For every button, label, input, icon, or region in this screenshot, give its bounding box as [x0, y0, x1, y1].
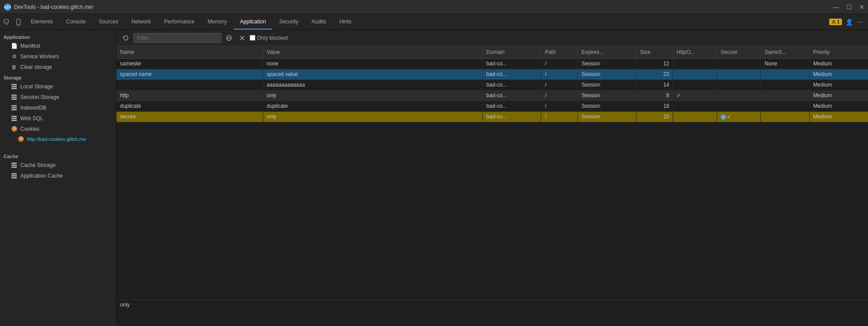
table-cell: bad-co...	[483, 80, 541, 90]
only-blocked-label[interactable]: Only blocked	[250, 35, 288, 41]
devtools-logo: </>	[4, 3, 11, 11]
col-header-expires[interactable]: Expires...	[578, 46, 636, 58]
table-wrapper: Name Value Domain Path Expires... Size H…	[116, 46, 868, 299]
clear-button[interactable]	[236, 34, 248, 42]
session-storage-icon	[11, 94, 18, 101]
window-title: DevTools - bad-cookies.glitch.me/	[14, 4, 833, 10]
close-button[interactable]: ✕	[859, 4, 864, 11]
col-header-domain[interactable]: Domain	[483, 46, 541, 58]
sidebar-item-cache-storage[interactable]: Cache Storage	[0, 160, 116, 171]
sidebar-item-clear-storage[interactable]: 🗑 Clear storage	[0, 62, 116, 72]
tab-elements[interactable]: Elements	[25, 14, 59, 30]
tab-audits[interactable]: Audits	[305, 14, 332, 30]
only-blocked-checkbox[interactable]	[250, 35, 255, 41]
table-row[interactable]: spaced namespaced valuebad-co.../Session…	[116, 69, 868, 80]
col-header-value[interactable]: Value	[263, 46, 483, 58]
table-row[interactable]: aaaaaaaaaaaaabad-co.../Session14Medium	[116, 80, 868, 90]
table-header-row: Name Value Domain Path Expires... Size H…	[116, 46, 868, 58]
tab-application[interactable]: Application	[234, 14, 272, 30]
tab-hints[interactable]: Hints	[333, 14, 358, 30]
sidebar: Application 📄 Manifest ⚙ Service Workers…	[0, 30, 116, 326]
tab-network[interactable]: Network	[125, 14, 157, 30]
table-cell: aaaaaaaaaaaaa	[263, 80, 483, 90]
table-cell: bad-co...	[483, 101, 541, 111]
col-header-size[interactable]: Size	[636, 46, 673, 58]
col-header-httpo[interactable]: HttpO...	[673, 46, 717, 58]
table-cell: /	[541, 58, 578, 69]
col-header-path[interactable]: Path	[541, 46, 578, 58]
sidebar-item-cookies-url[interactable]: 🍪 http://bad-cookies.glitch.me	[0, 134, 116, 144]
svg-rect-12	[11, 105, 17, 106]
sidebar-item-local-storage[interactable]: Local Storage	[0, 81, 116, 92]
table-cell: only	[263, 90, 483, 101]
table-cell: bad-co...	[483, 90, 541, 101]
table-cell: secure	[116, 111, 263, 122]
warning-badge[interactable]: ⚠ 1	[829, 19, 842, 25]
refresh-button[interactable]	[120, 34, 131, 42]
col-header-priority[interactable]: Priority	[809, 46, 868, 58]
cache-storage-icon	[11, 162, 18, 169]
svg-rect-19	[11, 165, 17, 166]
maximize-button[interactable]: ☐	[846, 4, 852, 11]
svg-rect-23	[11, 177, 17, 178]
tab-performance[interactable]: Performance	[158, 14, 201, 30]
table-cell	[761, 101, 809, 111]
table-cell: duplicate	[116, 101, 263, 111]
tab-bar-right: ⚠ 1 👤 ⋯	[829, 14, 866, 30]
tab-console[interactable]: Console	[60, 14, 92, 30]
more-button[interactable]: ⋯	[857, 19, 863, 26]
table-cell: Medium	[809, 69, 868, 80]
col-header-name[interactable]: Name	[116, 46, 263, 58]
table-cell: /	[541, 111, 578, 122]
filter-input[interactable]	[133, 33, 221, 43]
table-cell: Medium	[809, 111, 868, 122]
table-cell: Medium	[809, 58, 868, 69]
table-row[interactable]: samesitenonebad-co.../Session12NoneMediu…	[116, 58, 868, 69]
web-sql-icon	[11, 115, 18, 122]
svg-rect-22	[11, 175, 17, 177]
tab-memory[interactable]: Memory	[202, 14, 233, 30]
table-cell: ✓	[673, 90, 717, 101]
sidebar-storage-header: Storage	[0, 72, 116, 81]
tab-bar: Elements Console Sources Network Perform…	[0, 14, 868, 30]
sidebar-item-application-cache[interactable]: Application Cache	[0, 171, 116, 181]
device-icon[interactable]	[2, 17, 12, 27]
col-header-secure[interactable]: Secure	[717, 46, 761, 58]
svg-rect-16	[11, 118, 17, 119]
user-icon[interactable]: 👤	[846, 19, 853, 26]
table-cell: Session	[578, 69, 636, 80]
application-cache-icon	[11, 172, 18, 179]
svg-rect-8	[11, 88, 17, 89]
col-header-sames[interactable]: SameS...	[761, 46, 809, 58]
minimize-button[interactable]: —	[833, 4, 839, 11]
table-cell: 18	[636, 101, 673, 111]
tab-sources[interactable]: Sources	[93, 14, 124, 30]
table-cell: Session	[578, 58, 636, 69]
sidebar-item-indexeddb[interactable]: IndexedDB	[0, 102, 116, 113]
sidebar-app-header: Application	[0, 32, 116, 41]
sidebar-item-web-sql[interactable]: Web SQL	[0, 113, 116, 124]
phone-icon[interactable]	[13, 17, 24, 27]
table-cell: samesite	[116, 58, 263, 69]
sidebar-item-manifest[interactable]: 📄 Manifest	[0, 41, 116, 51]
table-row[interactable]: secureonlybad-co.../Session10i✓Medium	[116, 111, 868, 122]
sidebar-item-service-workers[interactable]: ⚙ Service Workers	[0, 51, 116, 62]
cookies-table: Name Value Domain Path Expires... Size H…	[116, 46, 868, 122]
table-cell: only	[263, 111, 483, 122]
title-bar: </> DevTools - bad-cookies.glitch.me/ — …	[0, 0, 868, 14]
table-cell: Session	[578, 101, 636, 111]
block-button[interactable]	[223, 34, 235, 42]
sidebar-item-session-storage[interactable]: Session Storage	[0, 92, 116, 102]
table-cell	[717, 58, 761, 69]
tab-security[interactable]: Security	[273, 14, 304, 30]
table-cell: Medium	[809, 90, 868, 101]
table-row[interactable]: httponlybad-co.../Session8✓Medium	[116, 90, 868, 101]
sidebar-cache-header: Cache	[0, 151, 116, 160]
window-controls[interactable]: — ☐ ✕	[833, 4, 864, 11]
preview-value: only	[120, 302, 130, 308]
table-cell: http	[116, 90, 263, 101]
table-row[interactable]: duplicateduplicatebad-co.../Session18Med…	[116, 101, 868, 111]
sidebar-item-cookies[interactable]: 🍪 Cookies	[0, 124, 116, 134]
svg-rect-9	[11, 95, 17, 96]
table-cell	[673, 101, 717, 111]
